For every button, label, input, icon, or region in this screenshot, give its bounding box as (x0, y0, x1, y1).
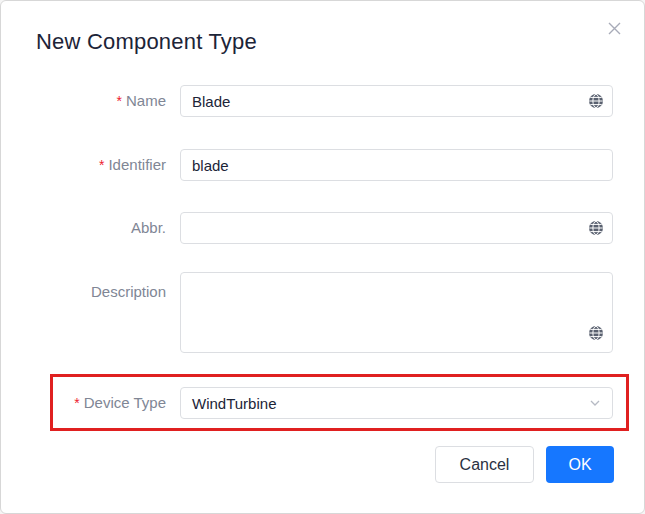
abbr-input[interactable] (180, 212, 613, 244)
device-type-label: *Device Type (36, 393, 166, 413)
required-marker: * (117, 93, 122, 109)
name-input[interactable] (180, 85, 613, 117)
device-type-selected-value: WindTurbine (192, 395, 276, 412)
required-marker: * (74, 395, 79, 411)
name-label: *Name (36, 91, 166, 111)
ok-button[interactable]: OK (546, 446, 614, 483)
close-icon (607, 21, 622, 40)
identifier-input[interactable] (180, 149, 613, 181)
globe-icon[interactable] (588, 325, 604, 341)
globe-icon[interactable] (588, 93, 604, 109)
description-label: Description (36, 282, 166, 302)
new-component-type-dialog: New Component Type *Name *Identifier (0, 0, 645, 514)
cancel-button[interactable]: Cancel (435, 446, 534, 483)
globe-icon[interactable] (588, 220, 604, 236)
required-marker: * (99, 157, 104, 173)
description-textarea[interactable] (180, 272, 613, 353)
abbr-label: Abbr. (36, 218, 166, 238)
close-button[interactable] (605, 21, 623, 39)
identifier-label: *Identifier (36, 155, 166, 175)
chevron-down-icon (588, 396, 602, 410)
device-type-select[interactable]: WindTurbine (180, 387, 613, 419)
dialog-title: New Component Type (36, 28, 257, 56)
